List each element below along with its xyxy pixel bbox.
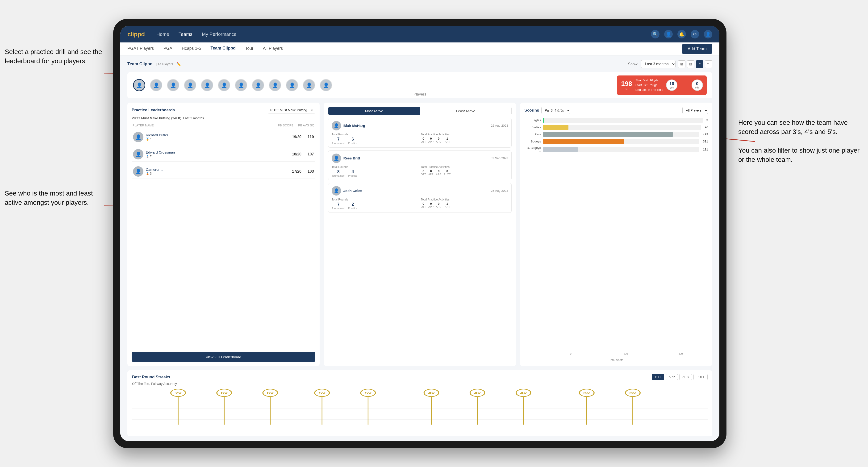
putt-1: 1 PUTT <box>444 137 451 143</box>
scoring-header: Scoring Par 3, 4 & 5s All Players <box>524 107 708 114</box>
bell-icon[interactable]: 🔔 <box>677 30 686 38</box>
player-avatar-6[interactable]: 👤 <box>218 79 230 91</box>
putt-2: 0 PUTT <box>444 169 451 176</box>
list-icon[interactable]: ≡ <box>696 60 703 68</box>
bar-label-pars: Pars <box>524 132 541 136</box>
pact-label-2: Total Practice Activities <box>421 165 508 168</box>
pact-label-3: Total Practice Activities <box>421 198 508 201</box>
subnav-tour[interactable]: Tour <box>245 46 253 52</box>
practice-val-2: 4 Practice <box>348 169 358 177</box>
grid9-icon[interactable]: ⊟ <box>687 60 694 68</box>
subnav-pga[interactable]: PGA <box>163 46 172 52</box>
nav-logo: clippd <box>127 31 145 38</box>
lb-name-2: Edward Crossman <box>146 150 290 154</box>
leaderboard-dropdown[interactable]: PUTT Must Make Putting... ▾ <box>268 107 315 114</box>
most-active-tab[interactable]: Most Active <box>328 107 420 115</box>
search-icon[interactable]: 🔍 <box>651 30 659 38</box>
pc-name-1: Blair McHarg <box>343 124 489 128</box>
streaks-title: Best Round Streaks <box>132 375 170 379</box>
svg-text:5x: 5x <box>318 391 326 395</box>
bar-fill-dbogeys <box>543 147 578 152</box>
svg-text:6x: 6x <box>267 391 274 395</box>
team-header-row: Team Clippd | 14 Players ✏️ Show: Last 3… <box>127 60 712 68</box>
scoring-filter-2[interactable]: All Players <box>682 107 708 114</box>
avatar-icon[interactable]: 👤 <box>704 30 712 38</box>
arg-1: 0 ARG <box>436 137 441 143</box>
pc-avatar-3: 👤 <box>332 186 341 195</box>
filter-ott[interactable]: OTT <box>652 374 664 380</box>
edit-icon[interactable]: ✏️ <box>177 62 181 66</box>
least-active-tab[interactable]: Least Active <box>420 107 512 115</box>
scoring-filter-1[interactable]: Par 3, 4 & 5s <box>541 107 570 114</box>
lb-avg-1: 110 <box>308 135 314 139</box>
team-title: Team Clippd <box>127 62 153 66</box>
most-active-panel: Most Active Least Active 👤 Blair McHarg … <box>324 102 516 366</box>
add-team-button[interactable]: Add Team <box>682 44 712 54</box>
player-card-header-2: 👤 Rees Britt 02 Sep 2023 <box>332 154 508 163</box>
stat-badge-unit: SC <box>625 88 628 90</box>
grid4-icon[interactable]: ⊞ <box>678 60 685 68</box>
total-rounds-section-2: Total Rounds 8 Tournament 4 Practice <box>332 165 419 177</box>
stat-line3: End Lie: In The Hole <box>636 88 663 92</box>
stat-line2: Start Lie: Rough <box>636 83 663 87</box>
player-avatar-7[interactable]: 👤 <box>235 79 247 91</box>
tournament-val-3: 7 Tournament <box>332 202 345 210</box>
subnav-hcaps[interactable]: Hcaps 1-5 <box>182 46 201 52</box>
total-rounds-label-2: Total Rounds <box>332 165 419 168</box>
nav-link-teams[interactable]: Teams <box>179 32 192 37</box>
lb-name-area-3: Cameron... 🥉 3 <box>146 167 290 175</box>
player-avatar-8[interactable]: 👤 <box>252 79 264 91</box>
stat-circle-1: 16 yds <box>666 80 677 91</box>
leaderboard-item-2[interactable]: 👤 Edward Crossman 🥈 2 18/20 107 <box>132 147 315 161</box>
nav-link-performance[interactable]: My Performance <box>202 32 237 37</box>
player-avatar-1[interactable]: 👤 <box>133 79 145 91</box>
pact-values-3: 0 OTT 0 APP 0 ARG <box>421 202 508 208</box>
subnav-all-players[interactable]: All Players <box>263 46 283 52</box>
period-select[interactable]: Last 3 months <box>641 60 676 68</box>
leaderboard-item-1[interactable]: 👤 Richard Butler 🥇 1 19/20 110 <box>132 130 315 144</box>
tournament-val-2: 8 Tournament <box>332 169 345 177</box>
lb-avatar-2: 👤 <box>133 149 144 159</box>
svg-text:3x: 3x <box>583 391 590 395</box>
svg-text:4x: 4x <box>474 391 481 395</box>
subnav-right: Add Team <box>682 44 712 54</box>
bar-value-pars: 499 <box>703 132 708 136</box>
player-avatar-9[interactable]: 👤 <box>269 79 281 91</box>
player-avatar-10[interactable]: 👤 <box>286 79 298 91</box>
settings-icon[interactable]: ⚙ <box>691 30 699 38</box>
filter-icon[interactable]: ⇅ <box>705 60 712 68</box>
rounds-values-2: 8 Tournament 4 Practice <box>332 169 419 177</box>
total-rounds-section-1: Total Rounds 7 Tournament 6 Practice <box>332 133 419 145</box>
lb-avatar-1: 👤 <box>133 132 144 142</box>
practice-val-1: 6 Practice <box>348 137 358 145</box>
filter-putt[interactable]: PUTT <box>693 374 708 380</box>
player-avatar-5[interactable]: 👤 <box>201 79 213 91</box>
streaks-header: Best Round Streaks OTT APP ARG PUTT <box>132 374 708 380</box>
player-avatar-11[interactable]: 👤 <box>303 79 315 91</box>
leaderboard-header: Practice Leaderboards PUTT Must Make Put… <box>132 107 315 114</box>
total-rounds-section-3: Total Rounds 7 Tournament 2 Practice <box>332 198 419 210</box>
filter-arg[interactable]: ARG <box>679 374 692 380</box>
annotation-right: Here you can see how the team have score… <box>738 118 861 164</box>
nav-link-home[interactable]: Home <box>157 32 169 37</box>
ott-2: 0 OTT <box>421 169 426 176</box>
filter-app[interactable]: APP <box>665 374 678 380</box>
svg-text:6x: 6x <box>221 391 228 395</box>
subnav-pgat[interactable]: PGAT Players <box>127 46 154 52</box>
player-avatar-4[interactable]: 👤 <box>184 79 196 91</box>
bar-track-pars <box>543 132 699 137</box>
player-avatar-2[interactable]: 👤 <box>150 79 162 91</box>
practice-activities-section-2: Total Practice Activities 0 OTT 0 APP <box>421 165 508 177</box>
player-avatar-3[interactable]: 👤 <box>167 79 179 91</box>
xaxis-0: 0 <box>543 352 598 355</box>
leaderboard-item-3[interactable]: 👤 Cameron... 🥉 3 17/20 103 <box>132 164 315 179</box>
view-icons: ⊞ ⊟ ≡ ⇅ <box>678 60 712 68</box>
bar-value-dbogeys: 131 <box>703 148 708 151</box>
bar-track-eagles <box>543 118 703 123</box>
lb-score-1: 19/20 <box>292 135 302 139</box>
view-full-leaderboard-button[interactable]: View Full Leaderboard <box>132 352 315 362</box>
player-avatar-12[interactable]: 👤 <box>320 79 332 91</box>
subnav-team-clippd[interactable]: Team Clippd <box>210 46 236 52</box>
people-icon[interactable]: 👤 <box>664 30 673 38</box>
svg-text:4x: 4x <box>520 391 527 395</box>
